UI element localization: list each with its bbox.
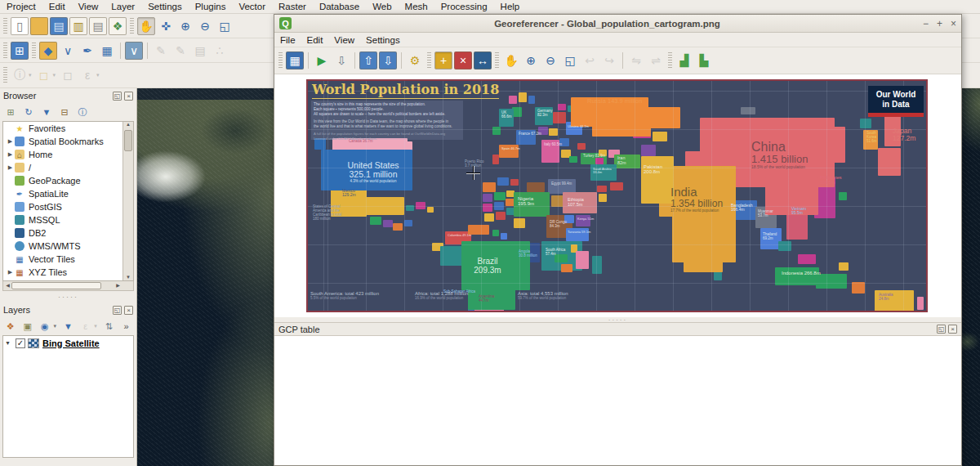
start-georeferencing-icon[interactable]: ▶ [313,52,331,69]
browser-item-vector-tiles[interactable]: ▦Vector Tiles [3,253,133,266]
expander-icon[interactable]: ▶ [6,138,15,145]
dropdown-caret-icon[interactable]: ▾ [29,72,32,78]
properties-icon[interactable]: ⓘ [75,105,90,119]
dropdown-caret-icon[interactable]: ▾ [94,323,97,329]
gcp-close-button[interactable]: × [948,325,957,334]
panel-splitter[interactable]: ····· [0,291,136,302]
browser-item-xyz-tiles[interactable]: ▶▦XYZ Tiles [3,266,133,279]
menu-processing[interactable]: Processing [434,1,494,12]
transformation-settings-icon[interactable]: ⚙ [406,52,424,69]
gcp-float-button[interactable]: ◱ [937,325,946,334]
expander-icon[interactable]: ▶ [6,269,15,276]
menu-view[interactable]: View [72,1,105,12]
menu-database[interactable]: Database [313,1,366,12]
new-project-icon[interactable]: ▯ [11,17,29,35]
style-manager-icon[interactable]: ❖ [109,17,127,35]
move-gcp-point-icon[interactable]: ↔ [474,52,492,69]
load-gcp-points-icon[interactable]: ⇧ [359,52,377,69]
manage-map-themes-icon[interactable]: ◉ [38,319,51,334]
georeferencer-canvas[interactable]: World Population in 2018 The country's s… [274,74,961,317]
pan-icon[interactable]: ✋ [502,52,520,69]
layer-row-bing-satellite[interactable]: ▼ ✓ Bing Satellite [3,336,133,350]
menu-edit[interactable]: Edit [42,1,72,12]
layer-name[interactable]: Bing Satellite [42,338,100,348]
browser-close-button[interactable]: × [124,92,133,101]
toolbar-grip[interactable] [130,18,134,34]
open-project-icon[interactable] [30,17,48,35]
pan-map-icon[interactable]: ✋ [137,17,155,35]
browser-item-spatial-bookmarks[interactable]: ▶Spatial Bookmarks [3,135,133,148]
new-virtual-layer-icon[interactable]: ▦ [98,42,116,60]
browser-item-db2[interactable]: DB2 [3,226,133,240]
menu-vector[interactable]: Vector [232,1,272,12]
filter-legend-icon[interactable]: ▼ [61,319,75,334]
browser-float-button[interactable]: ◱ [113,92,122,101]
zoom-in-icon[interactable]: ⊕ [522,52,540,69]
new-shapefile-layer-icon[interactable]: ∨ [59,42,77,60]
open-layer-styling-icon[interactable]: ❖ [3,319,17,334]
browser-item--[interactable]: ▶/ [3,161,133,174]
menu-file[interactable]: File [274,34,301,46]
layer-checkbox[interactable]: ✓ [16,338,25,348]
gcp-table-body[interactable] [274,336,961,465]
collapse-all-icon[interactable]: ⊟ [57,105,72,119]
layers-close-button[interactable]: × [124,306,133,315]
zoom-out-icon[interactable]: ⊖ [541,52,559,69]
close-button[interactable]: × [951,18,956,29]
minimize-button[interactable]: − [923,18,929,29]
menu-mesh[interactable]: Mesh [399,1,434,12]
expander-icon[interactable]: ▶ [6,164,15,171]
menu-layer[interactable]: Layer [105,1,141,12]
pan-to-selection-icon[interactable]: ✜ [157,17,175,35]
menu-project[interactable]: Project [0,1,42,12]
toolbar-grip[interactable] [32,43,36,59]
dropdown-caret-icon[interactable]: ▾ [96,72,100,78]
layout-manager-icon[interactable]: ▤ [89,17,107,35]
cartogram-raster[interactable]: World Population in 2018 The country's s… [306,79,928,312]
menu-edit[interactable]: Edit [301,34,329,46]
add-selected-layers-icon[interactable]: ⊞ [3,105,18,119]
delete-point-icon[interactable]: × [454,52,472,69]
georeferencer-title-bar[interactable]: Q Georeferencer - Global_population_cart… [274,15,961,33]
browser-item-postgis[interactable]: PostGIS [3,200,133,213]
toolbar-grip[interactable] [495,52,499,69]
save-project-icon[interactable]: ▤ [50,17,68,35]
browser-item-mssql[interactable]: MSSQL [3,213,133,226]
toolbar-grip[interactable] [278,52,283,69]
map-canvas-satellite[interactable] [137,88,274,466]
refresh-icon[interactable]: ↻ [21,105,36,119]
browser-item-favorites[interactable]: ★Favorites [3,122,133,135]
menu-web[interactable]: Web [366,1,398,12]
expander-icon[interactable]: ▶ [6,151,15,158]
browser-item-geopackage[interactable]: GeoPackage [3,174,133,187]
layer-expander-icon[interactable]: ▼ [5,340,13,346]
toolbar-grip[interactable] [668,52,672,69]
browser-vertical-scrollbar[interactable]: ▲▼ [122,122,133,280]
data-source-manager-icon[interactable]: ⊞ [11,42,29,60]
zoom-full-icon[interactable]: ◱ [216,17,234,35]
toolbar-grip[interactable] [3,67,7,83]
browser-item-spatialite[interactable]: ✒SpatiaLite [3,187,133,200]
add-group-icon[interactable]: ▣ [20,319,34,334]
new-spatialite-layer-icon[interactable]: ✒ [78,42,96,60]
menu-plugins[interactable]: Plugins [189,1,233,12]
zoom-in-icon[interactable]: ⊕ [176,17,194,35]
menu-view[interactable]: View [328,34,360,46]
toolbar-grip[interactable] [3,18,7,34]
browser-item-home[interactable]: ▶⌂Home [3,148,133,161]
add-point-icon[interactable]: + [434,52,452,69]
save-gcp-points-icon[interactable]: ⇩ [379,52,397,69]
new-vector-layer-icon[interactable]: ∨ [125,42,143,60]
overflow-icon[interactable]: » [119,319,133,334]
histogram-stretch-full-icon[interactable]: ▟ [675,52,693,69]
dropdown-caret-icon[interactable]: ▾ [53,72,56,78]
browser-item-wms-wmts[interactable]: WMS/WMTS [3,240,133,253]
menu-settings[interactable]: Settings [360,34,406,46]
menu-help[interactable]: Help [494,1,527,12]
maximize-button[interactable]: + [937,18,942,29]
browser-horizontal-scrollbar[interactable]: ◀▶ [2,281,134,291]
menu-raster[interactable]: Raster [272,1,313,12]
zoom-out-icon[interactable]: ⊖ [196,17,214,35]
open-raster-icon[interactable]: ▦ [286,52,304,69]
zoom-to-layer-icon[interactable]: ◱ [561,52,579,69]
